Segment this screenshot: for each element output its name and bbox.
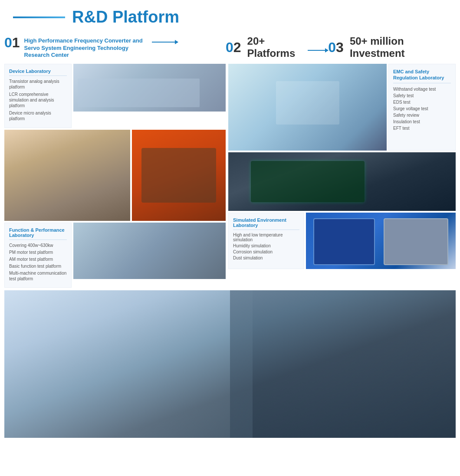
- sim-env-info: Simulated Environment Laboratory High an…: [228, 213, 304, 269]
- sim-env-item-4: Dust simulation: [233, 256, 299, 260]
- section-2-text: 20+ Platforms: [247, 35, 301, 59]
- section-1-label: 0 1 High Performance Frequency Converter…: [4, 36, 226, 59]
- emc-item-4: Surge voltage test: [393, 106, 451, 111]
- func-lab-item-4: Basic function test platform: [9, 263, 67, 269]
- section-3-text: 50+ million Investment: [350, 35, 456, 59]
- sim-env-item-1: High and low temperature simulation: [233, 233, 299, 242]
- section-labels-row: 0 1 High Performance Frequency Converter…: [0, 31, 460, 64]
- emc-item-5: Safety review: [393, 113, 451, 118]
- oscilloscope-image: [228, 152, 456, 211]
- factory-image-1: [4, 130, 130, 221]
- bottom-workshop-image: [4, 290, 456, 438]
- emc-item-7: EFT test: [393, 126, 451, 131]
- device-lab-item-3: Device micro analysis platform: [9, 110, 67, 121]
- section-3-label: 0 3 50+ million Investment: [328, 35, 456, 59]
- emc-item-2: Safety test: [393, 93, 451, 98]
- device-lab-info: Device Laboratory Transistor analog anal…: [4, 64, 72, 128]
- right-panel: EMC and Safety Regulation Laboratory Wit…: [228, 64, 456, 288]
- sim-env-item-3: Corrosion simulation: [233, 249, 299, 254]
- section-1-num: 0 1: [4, 36, 20, 49]
- sim-env-item-2: Humidity simulation: [233, 243, 299, 248]
- page-header: R&D Platform: [0, 0, 460, 31]
- section-1-arrow: [152, 42, 178, 43]
- func-lab-row: Function & Performance Laboratory Coveri…: [4, 223, 226, 288]
- lab-worker-image: [228, 64, 387, 151]
- section-2-arrow: [308, 50, 328, 51]
- section-2-label: 0 2 20+ Platforms: [226, 35, 328, 59]
- device-lab-row: Device Laboratory Transistor analog anal…: [4, 64, 226, 128]
- page-title: R&D Platform: [72, 8, 179, 26]
- func-lab-image: [73, 223, 226, 279]
- device-lab-item-2: LCR comprehensive simulation and analysi…: [9, 92, 67, 108]
- section-2-num: 0 2: [226, 40, 241, 54]
- right-top-row: EMC and Safety Regulation Laboratory Wit…: [228, 64, 456, 151]
- func-lab-item-1: Covering 400w~630kw: [9, 243, 67, 248]
- bottom-image-container: [0, 288, 460, 438]
- emc-lab-info: EMC and Safety Regulation Laboratory Wit…: [388, 64, 456, 151]
- func-lab-item-5: Multi-machine communication test platfor…: [9, 270, 67, 282]
- device-lab-image: [73, 64, 226, 112]
- func-lab-title: Function & Performance Laboratory: [9, 227, 67, 240]
- factory-images-row: [4, 130, 226, 221]
- factory-image-2: [132, 130, 226, 221]
- left-panel: Device Laboratory Transistor analog anal…: [4, 64, 226, 288]
- emc-item-6: Insulation test: [393, 119, 451, 124]
- header-accent-line: [13, 16, 65, 18]
- sim-env-image: [306, 213, 456, 269]
- sim-env-row: Simulated Environment Laboratory High an…: [228, 213, 456, 269]
- device-lab-title: Device Laboratory: [9, 69, 67, 76]
- main-content: Device Laboratory Transistor analog anal…: [0, 64, 460, 288]
- device-lab-item-1: Transistor analog analysis platform: [9, 79, 67, 90]
- emc-item-3: EDS test: [393, 100, 451, 105]
- section-1-text: High Performance Frequency Converter and…: [24, 36, 146, 59]
- emc-item-1: Withstand voltage test: [393, 87, 451, 92]
- func-lab-info: Function & Performance Laboratory Coveri…: [4, 223, 72, 288]
- func-lab-item-2: PM motor test platform: [9, 249, 67, 255]
- sim-env-title: Simulated Environment Laboratory: [233, 217, 299, 230]
- emc-lab-title: EMC and Safety Regulation Laboratory: [393, 69, 451, 83]
- func-lab-item-3: AM motor test platform: [9, 256, 67, 262]
- section-3-num: 0 3: [328, 40, 344, 54]
